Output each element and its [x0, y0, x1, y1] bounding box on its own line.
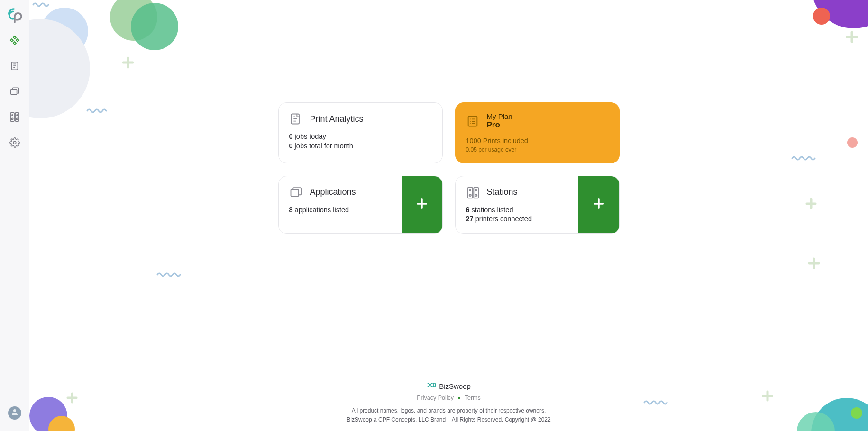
svg-point-8: [13, 141, 16, 144]
card-applications[interactable]: Applications 8 applications listed: [278, 176, 443, 234]
svg-point-18: [475, 190, 477, 191]
svg-rect-12: [291, 189, 298, 196]
svg-point-15: [469, 194, 471, 196]
user-icon: [10, 408, 19, 418]
plus-icon: [592, 197, 605, 212]
jobs-month-count: 0: [289, 142, 293, 150]
dashboard-icon: [9, 35, 20, 48]
jobs-today-label: jobs today: [293, 133, 326, 140]
footer: BizSwoop Privacy Policy ● Terms All prod…: [347, 381, 550, 424]
footer-disclaimer-1: All product names, logos, and brands are…: [347, 406, 550, 415]
svg-point-4: [11, 118, 13, 119]
plan-name: Pro: [487, 120, 512, 130]
terms-link[interactable]: Terms: [465, 395, 481, 401]
add-application-button[interactable]: [402, 176, 442, 233]
jobs-today-count: 0: [289, 133, 293, 140]
jobs-month-label: jobs total for month: [293, 142, 353, 150]
plan-overage: 0.05 per usage over: [466, 146, 609, 153]
plan-icon: [466, 115, 479, 128]
analytics-icon: [289, 112, 302, 126]
svg-rect-19: [433, 383, 435, 386]
svg-point-9: [13, 409, 16, 412]
separator-dot: ●: [457, 395, 460, 400]
apps-count: 8: [289, 206, 293, 214]
sidebar-nav: [9, 35, 21, 150]
plus-icon: [415, 197, 429, 212]
bizswoop-icon: [427, 381, 436, 392]
app-logo: [5, 6, 25, 26]
card-print-analytics[interactable]: Print Analytics 0 jobs today 0 jobs tota…: [278, 102, 443, 163]
stations-icon: [9, 111, 20, 125]
stations-count: 6: [466, 206, 470, 214]
sidebar-item-stations[interactable]: [9, 112, 21, 124]
card-title: Stations: [487, 187, 518, 197]
svg-point-5: [16, 118, 18, 119]
sidebar-item-dashboard[interactable]: [9, 35, 21, 47]
footer-disclaimer-2: BizSwoop a CPF Concepts, LLC Brand – All…: [347, 415, 550, 424]
printers-label: printers connected: [474, 215, 532, 223]
printers-count: 27: [466, 215, 474, 223]
card-body: 0 jobs today 0 jobs total for month: [289, 132, 432, 151]
sidebar-item-settings[interactable]: [9, 137, 21, 150]
plan-included: 1000 Prints included: [466, 136, 609, 146]
svg-rect-1: [10, 89, 17, 94]
document-icon: [9, 61, 20, 73]
sidebar: [0, 0, 29, 431]
sidebar-item-applications[interactable]: [9, 86, 21, 99]
card-my-plan[interactable]: My Plan Pro 1000 Prints included 0.05 pe…: [455, 102, 620, 163]
card-title: Applications: [310, 187, 356, 197]
applications-icon: [289, 186, 302, 199]
sidebar-item-jobs[interactable]: [9, 61, 21, 73]
apps-label: applications listed: [293, 206, 349, 214]
svg-point-7: [17, 115, 18, 116]
plan-label: My Plan: [487, 112, 512, 120]
card-body: 1000 Prints included 0.05 per usage over: [466, 136, 609, 153]
card-body: 6 stations listed 27 printers connected: [466, 206, 572, 224]
card-stations[interactable]: Stations 6 stations listed 27 printers c…: [455, 176, 620, 234]
footer-brand: BizSwoop: [439, 381, 471, 392]
privacy-policy-link[interactable]: Privacy Policy: [417, 395, 454, 401]
account-button[interactable]: [8, 406, 21, 420]
dashboard-cards: Print Analytics 0 jobs today 0 jobs tota…: [278, 102, 620, 234]
svg-point-6: [12, 115, 13, 116]
main-content: Print Analytics 0 jobs today 0 jobs tota…: [29, 0, 868, 431]
gear-icon: [9, 137, 20, 150]
add-station-button[interactable]: [578, 176, 619, 233]
stations-label: stations listed: [470, 206, 513, 214]
svg-point-16: [475, 194, 477, 196]
stations-card-icon: [466, 186, 479, 199]
card-body: 8 applications listed: [289, 206, 395, 215]
windows-icon: [9, 86, 20, 99]
card-title: Print Analytics: [310, 114, 364, 124]
svg-point-17: [469, 190, 471, 191]
